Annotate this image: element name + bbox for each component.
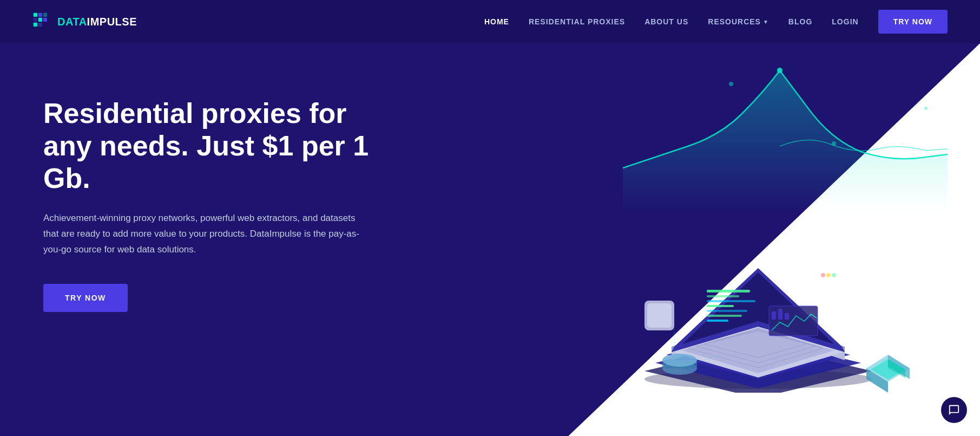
nav-login[interactable]: LOGIN xyxy=(832,17,858,26)
svg-point-38 xyxy=(832,273,836,277)
svg-rect-1 xyxy=(38,13,42,17)
svg-rect-3 xyxy=(34,18,37,22)
nav-about-us[interactable]: ABOUT US xyxy=(644,17,688,26)
nav-home[interactable]: HOME xyxy=(484,17,509,26)
svg-rect-29 xyxy=(707,310,747,312)
svg-point-11 xyxy=(924,107,928,110)
svg-point-8 xyxy=(777,68,782,73)
hero-laptop-illustration xyxy=(612,187,915,393)
svg-point-36 xyxy=(821,273,825,277)
svg-rect-27 xyxy=(707,300,755,302)
hero-subtitle: Achievement-winning proxy networks, powe… xyxy=(43,211,368,258)
svg-rect-30 xyxy=(707,315,742,317)
svg-point-37 xyxy=(826,273,831,277)
svg-point-43 xyxy=(662,354,697,367)
navbar: DATAIMPULSE HOME RESIDENTIAL PROXIES ABO… xyxy=(0,0,980,43)
svg-rect-25 xyxy=(707,290,750,292)
logo-icon xyxy=(32,12,52,31)
svg-rect-32 xyxy=(769,306,818,336)
logo[interactable]: DATAIMPULSE xyxy=(32,12,137,31)
nav-blog[interactable]: BLOG xyxy=(788,17,812,26)
hero-section: Residential proxies for any needs. Just … xyxy=(0,43,980,436)
svg-rect-31 xyxy=(707,320,728,322)
nav-try-now-button[interactable]: TRY NOW xyxy=(878,10,948,34)
svg-rect-2 xyxy=(43,13,47,17)
svg-point-9 xyxy=(729,82,733,86)
svg-rect-4 xyxy=(38,18,42,22)
svg-point-10 xyxy=(832,141,836,146)
nav-links: HOME RESIDENTIAL PROXIES ABOUT US RESOUR… xyxy=(484,10,948,34)
logo-text: DATAIMPULSE xyxy=(57,16,137,28)
svg-rect-26 xyxy=(707,295,739,297)
svg-rect-0 xyxy=(34,13,37,17)
svg-rect-5 xyxy=(43,18,47,22)
svg-rect-34 xyxy=(778,309,782,320)
hero-try-now-button[interactable]: TRY NOW xyxy=(43,284,128,312)
svg-rect-35 xyxy=(785,313,789,320)
svg-rect-7 xyxy=(38,23,42,27)
svg-rect-40 xyxy=(647,303,672,328)
svg-rect-6 xyxy=(34,23,37,27)
nav-resources[interactable]: RESOURCES ▼ xyxy=(708,17,769,26)
chat-button[interactable] xyxy=(941,397,967,423)
chat-icon xyxy=(948,404,960,416)
resources-chevron-icon: ▼ xyxy=(763,19,769,25)
svg-rect-33 xyxy=(772,311,776,320)
nav-residential-proxies[interactable]: RESIDENTIAL PROXIES xyxy=(529,17,625,26)
hero-content: Residential proxies for any needs. Just … xyxy=(0,43,379,344)
hero-title: Residential proxies for any needs. Just … xyxy=(43,97,379,194)
svg-rect-28 xyxy=(707,305,734,307)
